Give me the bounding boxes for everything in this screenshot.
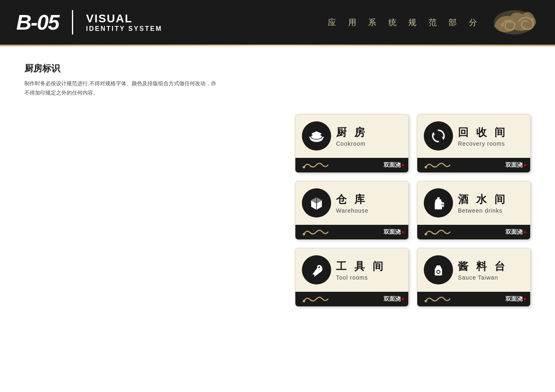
sign-brand-sauce: 双面浇: [505, 295, 526, 303]
sign-english-cookroom: Cookroom: [336, 140, 367, 147]
sign-brand-recovery: 双面浇: [505, 162, 526, 169]
svg-point-12: [303, 166, 305, 168]
brand-text: 双面浇: [384, 228, 401, 236]
sign-card-drinks: 酒 水 间 Between drinks 双面浇: [417, 181, 531, 240]
sauce-icon: [424, 255, 453, 284]
sign-card-top-toolroom: 工 具 间 Tool rooms: [295, 248, 408, 292]
header-right-text: 应 用 系 统 规 范 部 分: [328, 17, 482, 28]
header-subtitle-top: VISUAL: [86, 12, 163, 25]
sign-text-cookroom: 厨 房 Cookroom: [336, 125, 367, 147]
svg-point-31: [425, 300, 427, 302]
recovery-icon: [424, 121, 453, 151]
wave-icon-toolroom: [302, 294, 330, 304]
signs-area: 厨 房 Cookroom 双面浇: [24, 114, 531, 307]
sign-text-recovery: 回 收 间 Recovery rooms: [458, 125, 507, 147]
sign-text-toolroom: 工 具 间 Tool rooms: [336, 259, 386, 281]
brand-red-dot: [524, 298, 526, 300]
header-right: 应 用 系 统 规 范 部 分: [328, 6, 539, 39]
sign-card-recovery: 回 收 间 Recovery rooms 双面浇: [417, 114, 531, 173]
sign-text-drinks: 酒 水 间 Between drinks: [458, 192, 507, 214]
drinks-icon: [424, 188, 453, 218]
sign-brand-toolroom: 双面浇: [384, 295, 404, 303]
page-desc-line2: 不得加印规定之外的任何内容。: [24, 90, 98, 96]
sign-bottom-sauce: 双面浇: [417, 292, 530, 306]
brand-text: 双面浇: [505, 162, 522, 169]
sign-bottom-cookroom: 双面浇: [295, 158, 408, 172]
header-left: B-05 VISUAL IDENTITY SYSTEM: [16, 10, 163, 34]
svg-point-30: [437, 271, 440, 273]
header-subtitle: VISUAL IDENTITY SYSTEM: [86, 12, 163, 32]
brand-text: 双面浇: [384, 295, 401, 303]
sign-text-warehouse: 仓 库 Warehouse: [336, 192, 369, 214]
brand-red-dot: [402, 231, 404, 233]
sign-bottom-toolroom: 双面浇: [295, 292, 408, 306]
sign-bottom-drinks: 双面浇: [417, 225, 530, 239]
header-divider: [72, 10, 73, 34]
svg-point-1: [501, 24, 504, 27]
signs-grid: 厨 房 Cookroom 双面浇: [295, 114, 531, 307]
sign-english-recovery: Recovery rooms: [458, 140, 507, 147]
brand-text: 双面浇: [505, 295, 522, 303]
cookroom-icon: [302, 121, 331, 151]
sign-card-toolroom: 工 具 间 Tool rooms 双面浇: [295, 248, 409, 307]
sign-brand-warehouse: 双面浇: [384, 228, 404, 236]
sign-card-cookroom: 厨 房 Cookroom 双面浇: [295, 114, 409, 173]
svg-rect-19: [437, 197, 440, 199]
header-subtitle-bottom: IDENTITY SYSTEM: [86, 25, 163, 32]
svg-point-2: [531, 18, 534, 21]
svg-rect-28: [436, 265, 440, 267]
svg-point-22: [425, 233, 427, 235]
brand-text: 双面浇: [384, 162, 401, 169]
svg-rect-9: [315, 131, 318, 133]
warehouse-icon: [302, 188, 331, 218]
sign-brand-cookroom: 双面浇: [384, 162, 404, 169]
svg-rect-10: [309, 137, 311, 138]
sign-english-drinks: Between drinks: [458, 207, 507, 214]
page-description: 制作时务必按设计规范进行,不得对规格字体、颜色及排版组合方式做任何改动，亦 不得…: [24, 79, 531, 98]
brand-red-dot: [402, 164, 404, 166]
brand-red-dot: [524, 164, 526, 166]
svg-point-18: [303, 233, 305, 235]
sign-chinese-toolroom: 工 具 间: [336, 259, 386, 274]
main-content: 厨房标识 制作时务必按设计规范进行,不得对规格字体、颜色及排版组合方式做任何改动…: [0, 46, 555, 323]
header: B-05 VISUAL IDENTITY SYSTEM 应 用 系 统 规 范 …: [0, 0, 555, 45]
header-title: B-05: [16, 10, 59, 34]
brand-red-dot: [524, 231, 526, 233]
wave-icon-sauce: [424, 294, 452, 304]
sign-card-top-warehouse: 仓 库 Warehouse: [295, 181, 408, 225]
svg-point-23: [312, 274, 314, 277]
page-desc-line1: 制作时务必按设计规范进行,不得对规格字体、颜色及排版组合方式做任何改动，亦: [24, 80, 216, 86]
svg-rect-11: [322, 137, 324, 138]
sign-card-warehouse: 仓 库 Warehouse 双面浇: [295, 181, 409, 240]
sign-english-toolroom: Tool rooms: [336, 274, 386, 281]
wave-icon-recovery: [424, 160, 452, 170]
sign-chinese-sauce: 酱 料 台: [458, 259, 507, 274]
sign-chinese-warehouse: 仓 库: [336, 192, 369, 207]
toolroom-icon: [302, 255, 331, 284]
wave-icon-drinks: [424, 227, 452, 237]
sign-chinese-drinks: 酒 水 间: [458, 192, 507, 207]
sign-card-top-cookroom: 厨 房 Cookroom: [295, 114, 408, 158]
cloud-decoration-icon: [490, 6, 539, 39]
sign-text-sauce: 酱 料 台 Sauce Taiwan: [458, 259, 507, 281]
svg-point-13: [425, 166, 427, 168]
brand-text: 双面浇: [505, 228, 522, 236]
brand-red-dot: [402, 298, 404, 300]
wave-icon-warehouse: [302, 227, 330, 237]
sign-card-top-recovery: 回 收 间 Recovery rooms: [417, 114, 530, 158]
sign-english-sauce: Sauce Taiwan: [458, 274, 507, 281]
sign-card-sauce: 酱 料 台 Sauce Taiwan 双面浇: [417, 248, 531, 307]
sign-bottom-recovery: 双面浇: [417, 158, 530, 172]
svg-point-25: [303, 300, 305, 302]
wave-icon-cookroom: [302, 160, 330, 170]
page-title: 厨房标识: [24, 62, 531, 75]
sign-card-top-drinks: 酒 水 间 Between drinks: [417, 181, 530, 225]
sign-card-top-sauce: 酱 料 台 Sauce Taiwan: [417, 248, 530, 292]
sign-english-warehouse: Warehouse: [336, 207, 369, 214]
sign-brand-drinks: 双面浇: [505, 228, 526, 236]
sign-bottom-warehouse: 双面浇: [295, 225, 408, 239]
sign-chinese-recovery: 回 收 间: [458, 125, 507, 140]
sign-chinese-cookroom: 厨 房: [336, 125, 367, 140]
